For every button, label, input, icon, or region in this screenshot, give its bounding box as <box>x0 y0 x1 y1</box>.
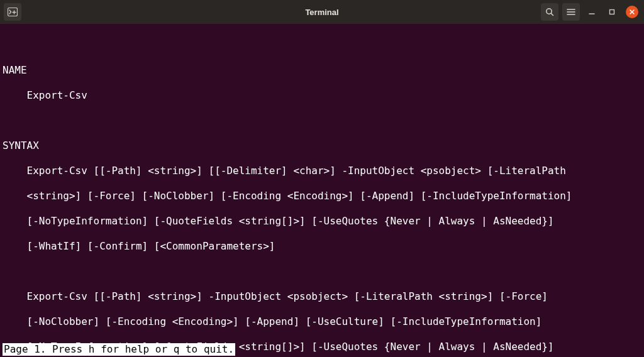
close-dot <box>626 6 638 18</box>
search-button[interactable] <box>541 3 558 21</box>
hamburger-icon <box>567 8 575 16</box>
new-tab-button[interactable] <box>4 3 21 21</box>
syntax-line: [-NoTypeInformation] [-QuoteFields <stri… <box>3 215 641 228</box>
close-button[interactable] <box>624 4 640 20</box>
section-header-name: NAME <box>3 64 641 77</box>
command-name: Export-Csv <box>3 89 641 102</box>
maximize-button[interactable] <box>604 4 620 20</box>
search-icon <box>545 8 554 16</box>
close-icon <box>629 9 635 15</box>
titlebar-left <box>4 3 21 21</box>
maximize-icon <box>608 8 616 16</box>
svg-line-4 <box>551 13 553 15</box>
titlebar: Terminal <box>0 0 644 24</box>
terminal-viewport[interactable]: NAME Export-Csv SYNTAX Export-Csv [[-Pat… <box>0 24 644 357</box>
blank-line <box>3 265 641 278</box>
blank-line <box>3 114 641 127</box>
pager-status: Page 1. Press h for help or q to quit. <box>3 343 235 356</box>
syntax-line: <string>] [-Force] [-NoClobber] [-Encodi… <box>3 190 641 202</box>
terminal-plus-icon <box>8 8 18 16</box>
svg-rect-9 <box>610 10 614 14</box>
menu-button[interactable] <box>562 3 580 21</box>
titlebar-right <box>541 3 640 21</box>
syntax-line: [-NoClobber] [-Encoding <Encoding>] [-Ap… <box>3 316 641 328</box>
minimize-button[interactable] <box>584 4 600 20</box>
syntax-line: [-WhatIf] [-Confirm] [<CommonParameters>… <box>3 240 641 253</box>
syntax-line: Export-Csv [[-Path] <string>] -InputObje… <box>3 290 641 303</box>
section-header-syntax: SYNTAX <box>3 140 641 152</box>
minimize-icon <box>588 8 596 16</box>
blank-line <box>3 39 641 52</box>
syntax-line: Export-Csv [[-Path] <string>] [[-Delimit… <box>3 165 641 177</box>
